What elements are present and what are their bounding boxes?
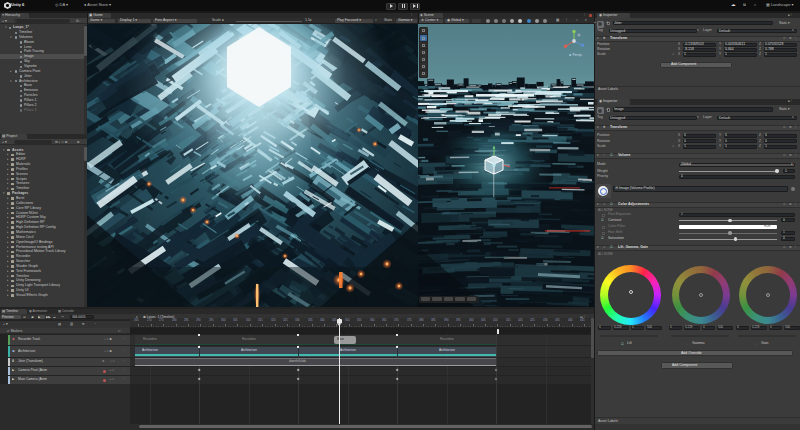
svg-text:◄ Persp: ◄ Persp [568, 53, 582, 57]
